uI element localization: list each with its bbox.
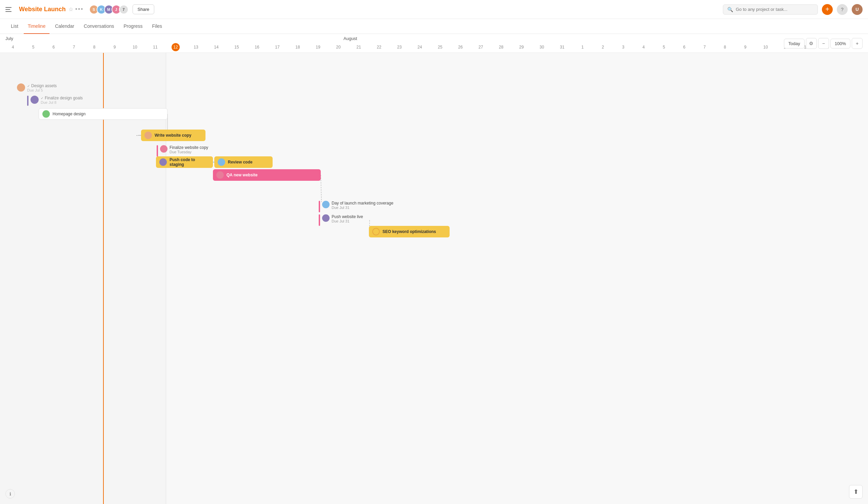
date-7[interactable]: 7 <box>64 43 84 51</box>
push-code-staging-bar[interactable]: Push code to staging <box>156 156 213 168</box>
tab-timeline[interactable]: Timeline <box>24 19 50 34</box>
date-26[interactable]: 26 <box>450 43 471 51</box>
date-12-today[interactable]: 12 <box>172 43 180 51</box>
bar-indicator <box>27 96 29 106</box>
task-bar-label: Homepage design <box>53 112 85 116</box>
date-aug1[interactable]: 1 <box>572 43 593 51</box>
task-bar-avatar <box>159 158 167 166</box>
today-button[interactable]: Today <box>784 39 805 49</box>
finalize-website-copy-milestone[interactable]: Finalize website copy Due Tuesday <box>157 145 208 157</box>
date-aug6[interactable]: 6 <box>674 43 694 51</box>
task-due: Due Jul 5 <box>27 88 56 92</box>
write-website-copy-bar[interactable]: ← Write website copy <box>141 130 206 141</box>
share-button[interactable]: Share <box>133 4 155 14</box>
scroll-to-top-button[interactable]: ⬆ <box>849 485 862 498</box>
task-name: ✓Design assets <box>27 83 56 88</box>
info-button[interactable]: ℹ <box>6 489 15 498</box>
task-bar-label: Push code to staging <box>169 157 209 167</box>
month-july: July <box>3 36 13 41</box>
nav-tabs: List Timeline Calendar Conversations Pro… <box>0 19 868 34</box>
date-19[interactable]: 19 <box>308 43 328 51</box>
task-avatar <box>160 145 167 153</box>
date-aug9[interactable]: 9 <box>735 43 755 51</box>
zoom-in-button[interactable]: + <box>852 38 862 49</box>
avatar-count[interactable]: 7 <box>119 5 128 14</box>
task-avatar <box>322 214 330 222</box>
task-bar-avatar <box>216 171 224 179</box>
date-11[interactable]: 11 <box>145 43 165 51</box>
date-4[interactable]: 4 <box>3 43 23 51</box>
more-options-button[interactable]: ••• <box>75 6 84 13</box>
header-right: 🔍 + ? U <box>723 4 862 15</box>
task-bar-label: QA new website <box>227 173 258 177</box>
date-9[interactable]: 9 <box>104 43 125 51</box>
date-aug7[interactable]: 7 <box>694 43 715 51</box>
task-bar-label: SEO keyword optimizations <box>382 229 436 234</box>
date-16[interactable]: 16 <box>247 43 267 51</box>
seo-keyword-bar[interactable]: SEO keyword optimizations <box>369 226 450 237</box>
qa-website-bar[interactable]: QA new website <box>213 169 321 181</box>
date-aug5[interactable]: 5 <box>654 43 674 51</box>
date-aug10[interactable]: 10 <box>755 43 776 51</box>
date-30[interactable]: 30 <box>532 43 552 51</box>
task-avatar <box>17 83 25 92</box>
date-aug2[interactable]: 2 <box>593 43 613 51</box>
date-31[interactable]: 31 <box>552 43 572 51</box>
add-button[interactable]: + <box>822 4 833 15</box>
date-15[interactable]: 15 <box>227 43 247 51</box>
milestone-name: Day of launch marketing coverage <box>332 201 393 206</box>
date-aug4[interactable]: 4 <box>633 43 654 51</box>
date-20[interactable]: 20 <box>328 43 349 51</box>
day-of-launch-milestone[interactable]: Day of launch marketing coverage Due Jul… <box>319 201 393 212</box>
review-code-bar[interactable]: Review code <box>214 156 272 168</box>
task-due: Due Jul 8 <box>41 100 83 104</box>
date-8[interactable]: 8 <box>84 43 104 51</box>
tab-calendar[interactable]: Calendar <box>51 19 78 34</box>
task-bar-avatar <box>218 158 225 166</box>
favorite-icon[interactable]: ☆ <box>69 6 73 12</box>
date-21[interactable]: 21 <box>349 43 369 51</box>
search-icon: 🔍 <box>727 7 733 12</box>
help-button[interactable]: ? <box>837 4 848 15</box>
date-27[interactable]: 27 <box>471 43 491 51</box>
milestone-due: Due Tuesday <box>169 150 208 154</box>
date-29[interactable]: 29 <box>511 43 532 51</box>
task-name: ✓Finalize design goals <box>41 96 83 100</box>
timeline-container: July August 4 5 6 7 8 9 10 11 12 13 14 1… <box>0 34 868 504</box>
date-13[interactable]: 13 <box>186 43 206 51</box>
date-22[interactable]: 22 <box>369 43 389 51</box>
search-bar[interactable]: 🔍 <box>723 4 818 14</box>
project-title[interactable]: Website Launch <box>19 6 66 13</box>
menu-button[interactable] <box>6 4 16 15</box>
team-avatars: S K M J 7 <box>89 5 128 14</box>
date-5[interactable]: 5 <box>23 43 43 51</box>
tab-list[interactable]: List <box>7 19 22 34</box>
date-aug8[interactable]: 8 <box>715 43 735 51</box>
date-24[interactable]: 24 <box>410 43 430 51</box>
tab-progress[interactable]: Progress <box>120 19 147 34</box>
milestone-bar <box>157 145 158 157</box>
date-14[interactable]: 14 <box>206 43 227 51</box>
date-6[interactable]: 6 <box>43 43 64 51</box>
push-website-live-milestone[interactable]: Push website live Due Jul 31 <box>319 214 363 226</box>
task-item-design-assets[interactable]: ✓Design assets Due Jul 5 <box>17 83 105 92</box>
date-10[interactable]: 10 <box>125 43 145 51</box>
user-avatar[interactable]: U <box>852 4 862 15</box>
date-18[interactable]: 18 <box>288 43 308 51</box>
tab-conversations[interactable]: Conversations <box>80 19 118 34</box>
homepage-design-bar[interactable]: Homepage design <box>39 108 167 120</box>
month-august: August <box>341 36 357 41</box>
tab-files[interactable]: Files <box>148 19 166 34</box>
task-item-finalize-design[interactable]: ✓Finalize design goals Due Jul 8 <box>27 96 115 106</box>
date-28[interactable]: 28 <box>491 43 511 51</box>
zoom-level: 100% <box>830 39 850 49</box>
zoom-out-button[interactable]: − <box>818 38 829 49</box>
date-25[interactable]: 25 <box>430 43 450 51</box>
date-17[interactable]: 17 <box>267 43 288 51</box>
date-23[interactable]: 23 <box>389 43 410 51</box>
task-bar-label: Review code <box>228 160 252 164</box>
filter-icon-button[interactable]: ⚙ <box>806 38 817 49</box>
milestone-due: Due Jul 31 <box>332 206 393 209</box>
search-input[interactable] <box>736 7 814 12</box>
date-aug3[interactable]: 3 <box>613 43 633 51</box>
